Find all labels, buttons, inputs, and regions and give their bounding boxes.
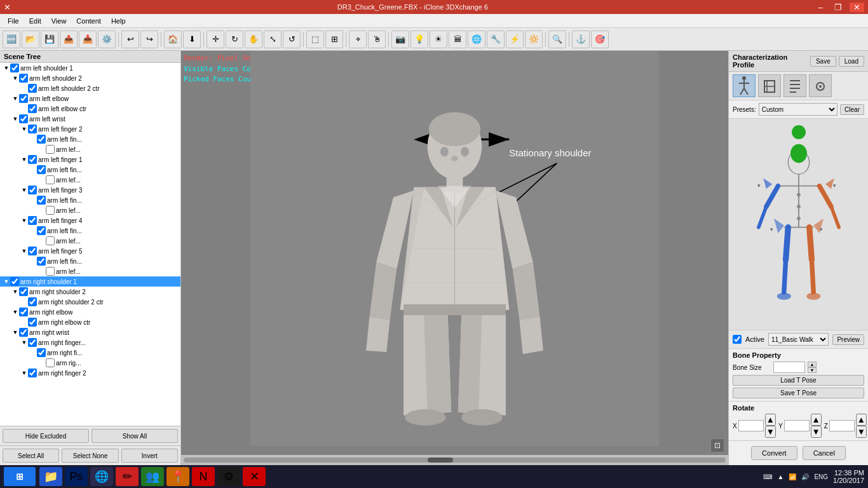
bone-size-down[interactable]: ▼ [808,367,817,373]
menu-content[interactable]: Content [71,16,106,26]
rotate-x-down[interactable]: ▼ [765,426,776,438]
show-all-button[interactable]: Show All [92,429,178,443]
checkbox-t16[interactable] [28,216,37,225]
tree-item-t19[interactable]: ▼arm left finger 5 [0,246,180,256]
checkbox-t14[interactable] [37,196,46,205]
taskbar-app-iclone[interactable]: ⚙ [217,467,240,486]
undo-button[interactable]: ↩ [121,30,139,48]
checkbox-t8[interactable] [37,135,46,144]
target-button[interactable]: 🎯 [591,30,609,48]
tree-item-t5[interactable]: arm left elbow ctr [0,104,180,114]
taskbar-app-drawboard[interactable]: ✏ [116,467,139,486]
taskbar-app-chrome[interactable]: 🌐 [90,467,113,486]
pick-button[interactable]: 🔍 [548,30,566,48]
tree-item-t2[interactable]: ▼arm left shoulder 2 [0,73,180,83]
rotate-x-up[interactable]: ▲ [765,414,776,426]
expander-t28[interactable]: ▼ [20,339,28,346]
expander-t27[interactable]: ▼ [11,329,19,336]
checkbox-t4[interactable] [19,94,28,103]
tree-item-t16[interactable]: ▼arm left finger 4 [0,215,180,226]
tree-item-t15[interactable]: arm lef... [0,205,180,215]
timeline-thumb[interactable] [428,458,453,463]
timeline-track[interactable] [184,458,726,463]
checkbox-t9[interactable] [46,145,55,154]
light-button[interactable]: 💡 [410,30,428,48]
menu-view[interactable]: View [46,16,72,26]
char-list-icon[interactable] [783,74,806,97]
checkbox-t7[interactable] [28,125,37,133]
checkbox-t1[interactable] [10,64,19,72]
checkbox-t13[interactable] [28,186,37,194]
checkbox-t15[interactable] [46,206,55,215]
open-button[interactable]: 📂 [22,30,39,48]
tree-item-t18[interactable]: arm lef... [0,236,180,246]
bone-size-input[interactable]: 5.0 [773,362,805,373]
rotate-z-input[interactable]: 288.6 [829,420,855,431]
rotate-y-up[interactable]: ▲ [811,414,822,426]
convert-button[interactable]: Convert [751,446,797,460]
checkbox-t26[interactable] [28,318,37,327]
bone-size-up[interactable]: ▲ [808,362,817,367]
select-all-button[interactable]: Select All [3,449,59,463]
checkbox-t25[interactable] [19,308,28,316]
char-biped-icon[interactable] [733,74,756,97]
tree-item-t1[interactable]: ▼arm left shoulder 1 [0,63,180,73]
reset-button[interactable]: ↺ [283,30,301,48]
tree-item-t17[interactable]: arm left fin... [0,226,180,236]
tree-item-t6[interactable]: ▼arm left wrist [0,114,180,124]
animation-select[interactable]: 11_Basic Walk [768,333,829,346]
export-button[interactable]: 📤 [60,30,78,48]
save-profile-button[interactable]: Save [810,56,836,67]
rotate-z-up[interactable]: ▲ [856,414,867,426]
tree-item-t9[interactable]: arm lef... [0,144,180,154]
load-t-pose-button[interactable]: Load T Pose [733,375,864,386]
expander-t1[interactable]: ▼ [3,65,10,71]
expand-icon[interactable]: ▲ [777,473,783,480]
tree-item-t23[interactable]: ▼arm right shoulder 2 [0,287,180,297]
invert-button[interactable]: Invert [121,449,178,463]
new-button[interactable]: 🆕 [3,30,20,48]
minimize-button[interactable]: – [815,3,827,12]
pan-button[interactable]: ✋ [245,30,262,48]
expander-t31[interactable]: ▼ [20,370,28,376]
tree-item-t29[interactable]: arm right fi... [0,348,180,358]
tree-item-t31[interactable]: ▼arm right finger 2 [0,368,180,378]
tree-item-t28[interactable]: ▼arm right finger... [0,337,180,348]
close-button[interactable]: ✕ [850,3,864,12]
checkbox-t18[interactable] [46,236,55,245]
tree-item-t12[interactable]: arm lef... [0,175,180,185]
expander-t23[interactable]: ▼ [11,288,19,295]
fx3-button[interactable]: 🔆 [525,30,543,48]
fx-button[interactable]: 🔧 [487,30,505,48]
globe-button[interactable]: 🌐 [468,30,485,48]
start-button[interactable]: ⊞ [4,467,36,486]
down-button[interactable]: ⬇ [183,30,201,48]
taskbar-app-explorer[interactable]: 📁 [39,467,62,486]
checkbox-t20[interactable] [37,257,46,266]
load-profile-button[interactable]: Load [839,56,864,67]
taskbar-app-task[interactable]: 👥 [141,467,164,486]
fx2-button[interactable]: ⚡ [506,30,524,48]
checkbox-t12[interactable] [46,175,55,184]
rotate-btn[interactable]: ↻ [226,30,243,48]
tree-item-t7[interactable]: ▼arm left finger 2 [0,124,180,134]
char-settings-icon[interactable] [809,74,832,97]
tool5[interactable]: ⚙️ [98,30,116,48]
taskbar-app-netflix[interactable]: N [192,467,215,486]
expander-t6[interactable]: ▼ [11,116,19,122]
expander-t16[interactable]: ▼ [20,217,28,224]
home-button[interactable]: 🏠 [164,30,182,48]
clear-button[interactable]: Clear [840,104,864,115]
menu-help[interactable]: Help [106,16,131,26]
redo-button[interactable]: ↪ [140,30,158,48]
save-t-pose-button[interactable]: Save T Pose [733,388,864,398]
menu-edit[interactable]: Edit [24,16,46,26]
checkbox-t10[interactable] [28,155,37,164]
expander-t22[interactable]: ▼ [3,278,10,285]
checkbox-t22[interactable] [10,277,19,286]
cancel-button[interactable]: Cancel [803,446,846,460]
tree-item-t11[interactable]: arm left fin... [0,165,180,175]
tree-item-t30[interactable]: arm rig... [0,358,180,368]
frame-button[interactable]: ⬚ [306,30,324,48]
tree-item-t22[interactable]: ▼arm right shoulder 1 [0,276,180,287]
